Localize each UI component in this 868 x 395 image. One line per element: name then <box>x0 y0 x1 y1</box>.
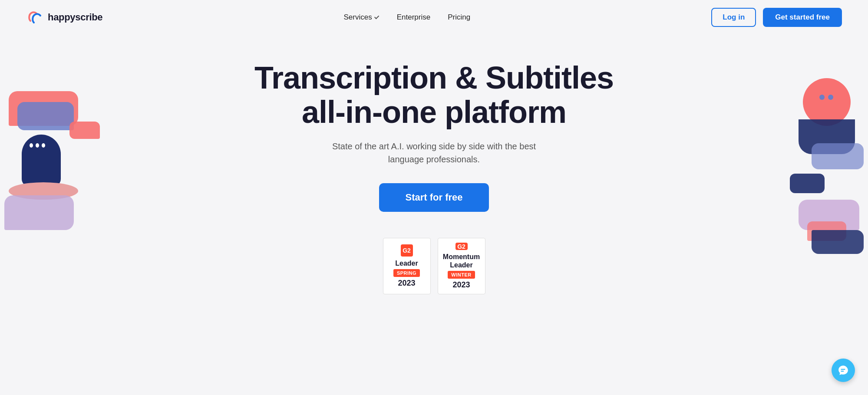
happyscribe-logo-icon <box>26 9 43 26</box>
hero-title: Transcription & Subtitles all-in-one pla… <box>9 61 859 129</box>
char-left-base <box>9 182 78 200</box>
badge-leader-year: 2023 <box>398 279 415 288</box>
badges-container: G2 Leader SPRING 2023 G2 Momentum Leader… <box>9 238 859 294</box>
bubble-purple-bottom-left <box>4 195 74 230</box>
hero-section: Transcription & Subtitles all-in-one pla… <box>0 35 868 312</box>
chat-icon <box>838 365 849 376</box>
nav-enterprise[interactable]: Enterprise <box>397 13 430 22</box>
badge-momentum-season: WINTER <box>448 271 475 279</box>
char-left-body <box>22 135 61 187</box>
bubble-gray-right <box>812 143 864 169</box>
badge-leader: G2 Leader SPRING 2023 <box>383 238 431 294</box>
badge-momentum-title: Momentum Leader <box>442 253 481 269</box>
chat-widget-button[interactable] <box>832 359 855 382</box>
badge-leader-season: SPRING <box>393 269 420 277</box>
navbar: happyscribe Services Enterprise Pricing … <box>0 0 868 35</box>
hero-subtitle: State of the art A.I. working side by si… <box>326 140 543 166</box>
char-left-eye2 <box>36 143 39 148</box>
bubble-dark-right <box>790 174 825 193</box>
logo[interactable]: happyscribe <box>26 9 102 26</box>
bubble-lavender-right <box>799 200 859 230</box>
nav-links: Services Enterprise Pricing <box>344 13 471 22</box>
badge-momentum-leader: G2 Momentum Leader WINTER 2023 <box>438 238 485 294</box>
nav-actions: Log in Get started free <box>711 8 842 27</box>
badge-leader-title: Leader <box>395 259 418 267</box>
get-started-button[interactable]: Get started free <box>763 8 842 27</box>
login-button[interactable]: Log in <box>711 8 756 27</box>
logo-text: happyscribe <box>48 12 102 23</box>
nav-pricing[interactable]: Pricing <box>448 13 470 22</box>
start-free-button[interactable]: Start for free <box>379 183 488 212</box>
nav-services[interactable]: Services <box>344 13 380 22</box>
chevron-down-icon <box>374 14 379 19</box>
badge-momentum-year: 2023 <box>452 280 470 290</box>
char-left-eye3 <box>42 143 45 148</box>
char-left-eye1 <box>30 143 33 148</box>
g2-logo-badge2: G2 <box>455 243 468 250</box>
g2-logo-badge1: G2 <box>401 244 413 257</box>
